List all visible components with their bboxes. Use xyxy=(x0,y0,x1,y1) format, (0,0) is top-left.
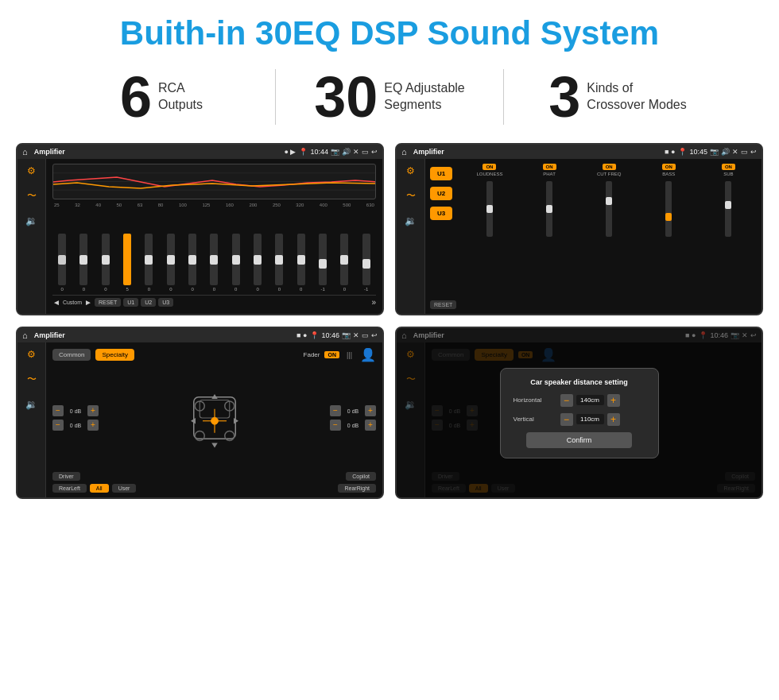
eq-slider-7[interactable]: 0 xyxy=(210,234,218,292)
crossover-sidebar-wave[interactable]: 〜 xyxy=(406,189,416,203)
eq-u2-btn[interactable]: U2 xyxy=(141,298,156,307)
bass-slider[interactable] xyxy=(641,178,697,240)
dialog-horizontal-plus[interactable]: + xyxy=(607,394,620,407)
fader-slider-indicator: ||| xyxy=(347,351,352,359)
eq-slider-2[interactable]: 0 xyxy=(102,234,110,292)
eq-reset-btn[interactable]: RESET xyxy=(95,298,121,307)
eq-sidebar-wave[interactable]: 〜 xyxy=(27,189,37,203)
fader-sidebar-speaker[interactable]: 🔉 xyxy=(25,399,37,410)
eq-more-icon[interactable]: » xyxy=(371,298,376,307)
crossover-sidebar-speaker[interactable]: 🔉 xyxy=(405,215,417,226)
eq-u3-btn[interactable]: U3 xyxy=(158,298,173,307)
eq-sliders: 0 0 0 5 0 xyxy=(52,211,376,292)
eq-slider-9[interactable]: 0 xyxy=(254,234,262,292)
dialog-vertical-value: 110cm xyxy=(576,414,604,424)
fader-db-control-2: − 0 dB + xyxy=(330,405,376,416)
home-icon[interactable]: ⌂ xyxy=(22,147,28,157)
eq-screen: ⌂ Amplifier ● ▶ 📍 10:44 📷 🔊 ✕ ▭ ↩ ⚙ 〜 🔉 xyxy=(16,143,384,315)
fader-sidebar-tune[interactable]: ⚙ xyxy=(27,349,36,360)
back-icon[interactable]: ↩ xyxy=(371,148,378,156)
eq-u1-btn[interactable]: U1 xyxy=(123,298,138,307)
crossover-back-icon[interactable]: ↩ xyxy=(750,148,757,156)
eq-slider-4[interactable]: 0 xyxy=(145,234,153,292)
eq-slider-8[interactable]: 0 xyxy=(232,234,240,292)
fader-db-value-2: 0 dB xyxy=(343,408,362,414)
eq-slider-5[interactable]: 0 xyxy=(167,234,175,292)
fader-back-icon[interactable]: ↩ xyxy=(371,331,378,339)
sub-ctrl: ON SUB xyxy=(700,164,757,309)
cutfreq-ctrl: ON CUT FREQ xyxy=(581,164,638,309)
dialog-vertical-row: Vertical − 110cm + xyxy=(514,413,645,426)
eq-sidebar-tune[interactable]: ⚙ xyxy=(27,165,36,176)
stat-label-eq: EQ Adjustable Segments xyxy=(384,80,464,114)
x-icon: ✕ xyxy=(353,148,359,156)
eq-preset-label: Custom xyxy=(63,300,82,305)
eq-time: 10:44 xyxy=(310,148,328,156)
crossover-reset-btn[interactable]: RESET xyxy=(430,300,456,309)
eq-app-name: Amplifier xyxy=(34,148,281,156)
fader-driver-btn[interactable]: Driver xyxy=(52,472,80,481)
sub-slider[interactable] xyxy=(700,178,757,240)
eq-slider-1[interactable]: 0 xyxy=(79,234,87,292)
crossover-u1-btn[interactable]: U1 xyxy=(430,167,452,180)
svg-marker-13 xyxy=(211,443,218,448)
fader-tab-specialty[interactable]: Specialty xyxy=(95,349,134,361)
eq-slider-0[interactable]: 0 xyxy=(58,234,66,292)
fader-main-area: Common Specialty Fader ON ||| 👤 − 0 dB + xyxy=(46,342,382,497)
phat-slider[interactable] xyxy=(521,178,577,240)
eq-next-arrow[interactable]: ► xyxy=(84,298,92,307)
loudness-label: LOUDNESS xyxy=(476,172,502,176)
crossover-u2-btn[interactable]: U2 xyxy=(430,187,452,200)
fader-db-plus-0[interactable]: + xyxy=(87,405,99,416)
dialog-confirm-button[interactable]: Confirm xyxy=(526,432,632,448)
stat-rca: 6 RCA Outputs xyxy=(48,68,275,126)
dialog-horizontal-minus[interactable]: − xyxy=(560,394,573,407)
dialog-vertical-plus[interactable]: + xyxy=(607,413,620,426)
dialog-vertical-minus[interactable]: − xyxy=(560,413,573,426)
fader-label: Fader xyxy=(304,351,320,358)
eq-slider-12[interactable]: -1 xyxy=(319,234,327,292)
stat-label-rca: RCA Outputs xyxy=(158,80,203,114)
bass-on: ON xyxy=(662,164,676,170)
crossover-sidebar-tune[interactable]: ⚙ xyxy=(406,165,415,176)
fader-db-plus-1[interactable]: + xyxy=(87,420,99,431)
eq-slider-6[interactable]: 0 xyxy=(188,234,196,292)
eq-slider-10[interactable]: 0 xyxy=(275,234,283,292)
fader-status-bar: ⌂ Amplifier ■ ● 📍 10:46 📷 ✕ ▭ ↩ xyxy=(17,328,382,342)
fader-db-plus-2[interactable]: + xyxy=(365,405,376,416)
eq-prev-arrow[interactable]: ◄ xyxy=(52,298,60,307)
crossover-u3-btn[interactable]: U3 xyxy=(430,207,452,220)
eq-freq-labels: 25 32 40 50 63 80 100 125 160 200 250 32… xyxy=(52,203,376,207)
fader-rearleft-btn[interactable]: RearLeft xyxy=(52,484,87,493)
crossover-screen-content: ⚙ 〜 🔉 U1 U2 U3 RESET ON LOUDNES xyxy=(397,159,762,314)
fader-copilot-btn[interactable]: Copilot xyxy=(346,472,376,481)
fader-rearright-btn[interactable]: RearRight xyxy=(338,484,376,493)
fader-tab-common[interactable]: Common xyxy=(52,349,91,361)
fader-db-minus-3[interactable]: − xyxy=(330,420,341,431)
crossover-camera-icon: 📷 xyxy=(710,148,719,156)
loudness-slider[interactable] xyxy=(461,178,517,240)
eq-slider-13[interactable]: 0 xyxy=(340,234,348,292)
eq-sidebar-speaker[interactable]: 🔉 xyxy=(25,215,37,226)
eq-slider-11[interactable]: 0 xyxy=(297,234,305,292)
crossover-location-icon: 📍 xyxy=(678,148,687,156)
crossover-home-icon[interactable]: ⌂ xyxy=(401,147,407,157)
crossover-volume-icon: 🔊 xyxy=(721,148,730,156)
fader-db-minus-2[interactable]: − xyxy=(330,405,341,416)
fader-app-name: Amplifier xyxy=(34,331,293,339)
stat-number-rca: 6 xyxy=(120,68,152,126)
stat-eq: 30 EQ Adjustable Segments xyxy=(276,68,503,126)
fader-db-minus-1[interactable]: − xyxy=(52,420,64,431)
cutfreq-slider[interactable] xyxy=(581,178,638,240)
eq-slider-3[interactable]: 5 xyxy=(123,234,131,292)
fader-sidebar-wave[interactable]: 〜 xyxy=(27,373,37,386)
fader-db-plus-3[interactable]: + xyxy=(365,420,376,431)
stat-number-crossover: 3 xyxy=(548,68,580,126)
fader-db-minus-0[interactable]: − xyxy=(52,405,64,416)
eq-slider-14[interactable]: -1 xyxy=(362,234,370,292)
fader-user-btn[interactable]: User xyxy=(112,484,137,493)
crossover-rect-icon: ▭ xyxy=(741,148,748,156)
fader-home-icon[interactable]: ⌂ xyxy=(22,331,28,340)
fader-right-controls: − 0 dB + − 0 dB + xyxy=(330,367,376,469)
fader-all-btn[interactable]: All xyxy=(90,484,109,493)
